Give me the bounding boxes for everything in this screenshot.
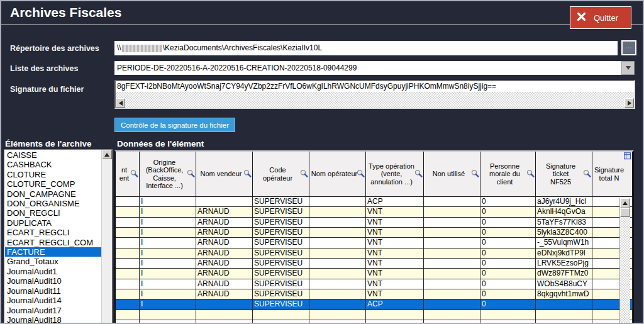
table-row[interactable]: IARNAUDSUPERVISEUVNT0eDNxj9kdTP9l [116, 249, 633, 259]
table-cell[interactable]: SUPERVISEU [253, 269, 309, 279]
table-cell[interactable]: I [140, 228, 196, 238]
table-row[interactable] [116, 320, 633, 324]
table-cell[interactable] [253, 320, 309, 324]
table-cell[interactable]: dWz897FTMz0 [536, 269, 592, 279]
table-cell[interactable] [480, 320, 536, 324]
table-cell[interactable] [480, 310, 536, 320]
archive-list-combobox[interactable]: PERIODE-DE-20220516-A-20220516-CREATION-… [114, 61, 635, 75]
search-filter-icon[interactable] [471, 169, 479, 179]
table-cell[interactable]: 0 [480, 238, 536, 248]
column-header[interactable]: Signature ticket NF525 [536, 152, 592, 197]
list-vscrollbar[interactable] [101, 150, 112, 323]
table-cell[interactable]: SUPERVISEU [253, 207, 309, 217]
table-row[interactable]: ISUPERVISEUACP0aJ6yr4U9j_Hcl [116, 197, 633, 207]
table-cell[interactable] [424, 238, 480, 248]
table-row[interactable]: IARNAUDSUPERVISEUVNT0AknlH4qGvOa [116, 207, 633, 217]
table-row[interactable]: IARNAUDSUPERVISEUVNT08qkgqvht1mwD [116, 289, 633, 299]
browse-button[interactable]: ... [621, 40, 636, 55]
table-cell[interactable]: 0 [480, 289, 536, 299]
table-cell[interactable] [424, 320, 480, 324]
table-cell[interactable]: I [140, 197, 196, 207]
table-cell[interactable]: I [140, 279, 196, 289]
list-item[interactable]: JournalAudit14 [5, 296, 101, 305]
table-row[interactable]: ISUPERVISEUACP0 [116, 299, 633, 310]
signature-textarea[interactable]: 8gFEXT-i2bNBoMtAyooWtSnaj7CY94yVZbp2zzFr… [114, 80, 635, 109]
table-cell[interactable] [424, 228, 480, 238]
list-item[interactable]: JournalAudit11 [5, 286, 101, 296]
table-cell[interactable]: SUPERVISEU [253, 299, 309, 310]
search-filter-icon[interactable] [583, 169, 591, 179]
column-header[interactable]: Nom vendeur [196, 152, 253, 197]
table-cell[interactable]: 0 [480, 299, 536, 310]
table-cell[interactable]: VNT [366, 279, 424, 289]
signature-hscrollbar[interactable] [116, 92, 634, 108]
scroll-left-button[interactable] [116, 98, 125, 108]
table-cell[interactable]: VNT [366, 289, 424, 299]
list-item[interactable]: JournalAudit10 [5, 276, 101, 286]
table-row[interactable]: IARNAUDSUPERVISEUVNT0WObS4B8uCY [116, 279, 633, 289]
table-cell[interactable] [140, 310, 196, 320]
table-cell[interactable] [424, 269, 480, 279]
table-cell[interactable] [116, 228, 140, 238]
search-filter-icon[interactable] [187, 169, 195, 179]
table-cell[interactable] [309, 207, 366, 217]
table-cell[interactable]: ARNAUD [196, 259, 253, 269]
table-cell[interactable] [424, 310, 480, 320]
list-item[interactable]: CLOTURE [5, 170, 101, 179]
list-item[interactable]: ECART_REGCLI [5, 228, 101, 237]
table-cell[interactable] [309, 259, 366, 269]
list-item[interactable]: DUPLICATA [5, 218, 101, 228]
table-cell[interactable] [424, 279, 480, 289]
list-item[interactable]: CASHBACK [5, 160, 101, 169]
table-cell[interactable]: SUPERVISEU [253, 228, 309, 238]
table-cell[interactable]: -_55VulqmW1h [536, 238, 592, 248]
table-cell[interactable]: VNT [366, 259, 424, 269]
table-cell[interactable] [196, 310, 253, 320]
table-cell[interactable]: eDNxj9kdTP9l [536, 249, 592, 259]
table-cell[interactable] [309, 279, 366, 289]
list-item[interactable]: JournalAudit1 [5, 267, 101, 276]
table-cell[interactable]: ARNAUD [196, 269, 253, 279]
table-cell[interactable]: 0 [480, 197, 536, 207]
table-cell[interactable] [424, 289, 480, 299]
table-cell[interactable] [309, 238, 366, 248]
column-header[interactable]: Personne morale du client [480, 152, 536, 197]
list-item[interactable]: ECART_REGCLI_COM [5, 238, 101, 247]
table-cell[interactable]: I [140, 299, 196, 310]
search-filter-icon[interactable] [526, 169, 535, 179]
table-cell[interactable] [309, 228, 366, 238]
table-cell[interactable]: ARNAUD [196, 289, 253, 299]
table-cell[interactable] [424, 299, 480, 310]
table-cell[interactable]: ARNAUD [196, 207, 253, 217]
table-cell[interactable] [196, 320, 253, 324]
table-cell[interactable]: SUPERVISEU [253, 279, 309, 289]
list-item[interactable]: CLOTURE_COMP [5, 179, 101, 189]
list-item[interactable]: JournalAudit17 [5, 306, 101, 315]
directory-input[interactable]: \\\KeziaDocuments\ArchivesFiscales\Kezia… [114, 41, 618, 55]
quit-button[interactable]: Quitter [570, 6, 631, 29]
list-item[interactable]: DON_REGCLI [5, 208, 101, 218]
table-cell[interactable]: I [140, 249, 196, 259]
search-filter-icon[interactable] [357, 169, 365, 179]
table-cell[interactable] [253, 310, 309, 320]
table-cell[interactable] [309, 197, 366, 207]
table-cell[interactable]: SUPERVISEU [253, 289, 309, 299]
list-item[interactable]: DON_ORGANISME [5, 199, 101, 208]
column-header[interactable]: Code opérateur [253, 152, 309, 197]
scrollbar-thumb[interactable] [620, 208, 630, 217]
table-cell[interactable]: VNT [366, 238, 424, 248]
table-cell[interactable]: ARNAUD [196, 238, 253, 248]
table-cell[interactable]: VNT [366, 207, 424, 217]
table-cell[interactable] [309, 249, 366, 259]
table-cell[interactable] [116, 289, 140, 299]
table-cell[interactable]: I [140, 207, 196, 217]
scroll-up-button[interactable] [620, 198, 630, 208]
table-cell[interactable]: VNT [366, 249, 424, 259]
table-cell[interactable]: WObS4B8uCY [536, 279, 592, 289]
table-cell[interactable]: SUPERVISEU [253, 259, 309, 269]
table-cell[interactable]: 0 [480, 207, 536, 217]
table-cell[interactable]: AknlH4qGvOa [536, 207, 592, 217]
table-cell[interactable] [424, 259, 480, 269]
table-cell[interactable]: SUPERVISEU [253, 218, 309, 228]
table-cell[interactable] [424, 249, 480, 259]
